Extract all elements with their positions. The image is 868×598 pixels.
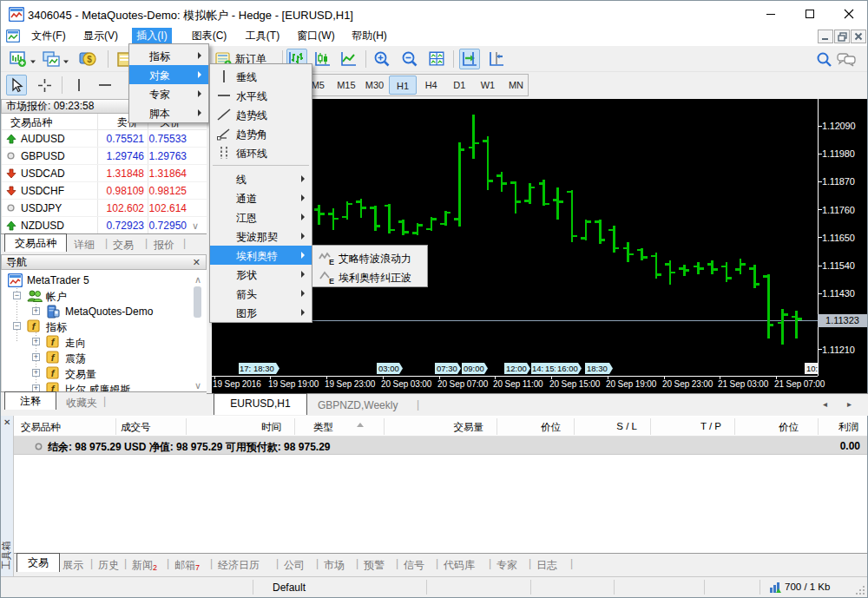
menu-item-垂线[interactable]: 垂线: [210, 67, 312, 86]
expand-icon[interactable]: +: [32, 307, 40, 315]
toolbox-tab-3[interactable]: 新闻2: [132, 558, 157, 573]
new-chart-button[interactable]: [8, 49, 29, 69]
expand-icon[interactable]: +: [32, 353, 40, 361]
navigator-tab-active[interactable]: 注释: [4, 391, 56, 410]
tab-scroll-left-icon[interactable]: ◂: [823, 399, 827, 409]
market-watch-tab-active[interactable]: 交易品种: [4, 233, 67, 252]
scroll-down-icon[interactable]: ∨: [194, 381, 201, 390]
market-watch-row-audusd[interactable]: AUDUSD0.755210.75533: [2, 130, 207, 148]
resize-grip[interactable]: [855, 585, 865, 595]
collapse-icon[interactable]: −: [13, 292, 21, 299]
menu-item-斐波那契[interactable]: 斐波那契: [210, 227, 312, 246]
toolbox-column-SL[interactable]: S / L: [559, 421, 637, 431]
toolbox-close-icon[interactable]: ✕: [3, 417, 10, 427]
menu-item-专家[interactable]: 专家: [129, 84, 208, 103]
navigator-header[interactable]: 导航 ✕: [1, 254, 207, 270]
toolbox-tab-7[interactable]: 市场: [324, 558, 345, 573]
calendar-event-flag[interactable]: 18:30: [585, 363, 613, 374]
menu-item-循环线[interactable]: 循环线: [210, 143, 312, 162]
timeframe-h4[interactable]: H4: [417, 76, 445, 95]
crosshair-tool-button[interactable]: [34, 75, 55, 95]
toolbox-tab-6[interactable]: 公司: [284, 558, 305, 573]
tile-windows-button[interactable]: [426, 49, 447, 69]
auto-scroll-button[interactable]: [459, 49, 480, 69]
scroll-down-icon[interactable]: ∨: [192, 221, 199, 230]
market-watch-row-usdchf[interactable]: USDCHF0.981090.98125: [2, 182, 207, 200]
menu-item-通道[interactable]: 通道: [210, 188, 312, 207]
toolbox-tab-11[interactable]: 专家: [496, 558, 517, 573]
status-profile[interactable]: Default: [273, 582, 306, 594]
line-chart-style-button[interactable]: [339, 49, 359, 69]
timeframe-m15[interactable]: M15: [332, 76, 361, 95]
mdi-close-button[interactable]: [851, 30, 866, 43]
menu-文件[interactable]: 文件(F): [27, 28, 70, 44]
tab-scroll-right-icon[interactable]: ▸: [847, 399, 852, 409]
toolbox-tab-1[interactable]: 展示: [62, 558, 83, 573]
candlestick-style-button[interactable]: [312, 49, 333, 69]
toolbox-column-[interactable]: 时间: [203, 421, 281, 434]
expand-icon[interactable]: +: [32, 338, 40, 345]
calendar-event-flag[interactable]: 16:00: [556, 363, 582, 374]
menu-item-趋势线[interactable]: 趋势线: [210, 105, 312, 124]
cursor-tool-button[interactable]: [6, 75, 27, 95]
calendar-event-flag[interactable]: 18:30: [252, 363, 279, 374]
window-close-button[interactable]: [829, 1, 868, 26]
market-watch-tab-2[interactable]: 交易: [113, 238, 134, 253]
toolbox-tab-4[interactable]: 邮箱7: [174, 558, 200, 573]
calendar-event-flag[interactable]: 09:00: [462, 363, 488, 374]
menu-插入[interactable]: 插入(I): [132, 28, 172, 44]
scrollbar-thumb[interactable]: [194, 286, 201, 318]
toolbox-column-[interactable]: 成交号: [121, 421, 151, 434]
chart-tab-active[interactable]: EURUSD,H1: [214, 393, 307, 415]
menu-工具[interactable]: 工具(T): [240, 28, 285, 44]
search-button[interactable]: [813, 49, 834, 69]
toolbox-tab-10[interactable]: 代码库: [444, 558, 475, 573]
expand-icon[interactable]: +: [32, 384, 40, 391]
menu-item-指标[interactable]: 指标: [129, 46, 208, 65]
window-minimize-button[interactable]: [751, 1, 790, 26]
new-chart-dropdown-arrow[interactable]: [30, 58, 36, 65]
menu-item-对象[interactable]: 对象: [129, 65, 208, 84]
toolbox-column-[interactable]: 利润: [780, 421, 858, 434]
menu-帮助[interactable]: 帮助(H): [347, 28, 391, 44]
toolbox-column-[interactable]: 交易品种: [21, 421, 61, 434]
vertical-line-tool-button[interactable]: [69, 75, 89, 95]
toolbox-tab-active[interactable]: 交易: [16, 553, 60, 572]
menu-item-脚本[interactable]: 脚本: [129, 103, 208, 122]
profiles-dropdown-arrow[interactable]: [62, 58, 69, 65]
menu-item-趋势角[interactable]: 趋势角: [210, 124, 312, 143]
profiles-button[interactable]: [41, 49, 62, 69]
calendar-event-flag[interactable]: 14:: [531, 363, 544, 374]
toolbox-column-[interactable]: 价位: [483, 421, 561, 434]
calendar-event-flag[interactable]: 12:00: [504, 363, 530, 374]
toolbox-column-[interactable]: 交易量: [405, 421, 483, 434]
toolbox-column-TP[interactable]: T / P: [643, 421, 721, 431]
navigator-tab-favorites[interactable]: 收藏夹: [66, 396, 97, 411]
zoom-out-button[interactable]: [399, 49, 420, 69]
menu-item-线[interactable]: 线: [210, 169, 312, 188]
mdi-minimize-button[interactable]: [818, 30, 833, 43]
column-symbol[interactable]: 交易品种: [10, 115, 52, 130]
chart-tab-1[interactable]: GBPNZD,Weekly: [318, 399, 398, 411]
market-watch-row-gbpusd[interactable]: GBPUSD1.297461.29763: [2, 148, 207, 165]
calendar-event-flag[interactable]: 03:00: [377, 363, 403, 374]
market-watch-row-nzdusd[interactable]: NZDUSD0.729230.72950: [2, 217, 207, 233]
timeframe-mn[interactable]: MN: [502, 76, 530, 95]
market-watch-row-usdjpy[interactable]: USDJPY102.602102.614: [2, 200, 207, 217]
toolbox-column-header[interactable]: 交易品种成交号时间类型交易量价位S / LT / P价位利润: [14, 417, 867, 437]
timeframe-h1[interactable]: H1: [389, 76, 418, 95]
chart-shift-button[interactable]: [486, 49, 507, 69]
toolbox-column-[interactable]: 类型: [313, 421, 333, 434]
horizontal-line-tool-button[interactable]: [95, 75, 115, 95]
zoom-in-button[interactable]: [372, 49, 392, 69]
market-watch-tab-3[interactable]: 报价: [154, 238, 174, 253]
timeframe-w1[interactable]: W1: [474, 76, 503, 95]
menu-item-埃利奥特纠正波[interactable]: E埃利奥特纠正波: [312, 267, 427, 286]
toolbox-tab-8[interactable]: 预警: [364, 558, 385, 573]
menu-item-形状[interactable]: 形状: [210, 265, 312, 284]
menu-item-水平线[interactable]: 水平线: [210, 86, 312, 105]
calendar-event-flag[interactable]: 17:: [239, 363, 252, 374]
mdi-restore-button[interactable]: [834, 30, 850, 43]
toolbox-tab-2[interactable]: 历史: [98, 558, 119, 573]
menu-显示[interactable]: 显示(V): [79, 28, 122, 44]
